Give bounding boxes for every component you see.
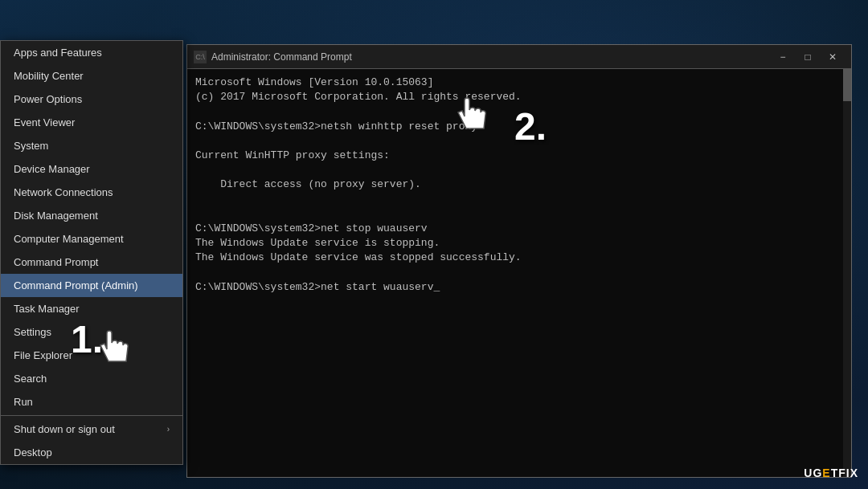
menu-item-arrow-shutdown-signout: › [167,425,170,434]
menu-item-label-event-viewer: Event Viewer [14,116,75,128]
menu-item-label-computer-management: Computer Management [14,233,124,245]
menu-divider-bottom [1,415,182,416]
menu-item-system[interactable]: System [1,134,182,157]
menu-item-label-shutdown-signout: Shut down or sign out [14,423,115,435]
menu-item-mobility-center[interactable]: Mobility Center [1,64,182,88]
menu-item-device-manager[interactable]: Device Manager [1,157,182,181]
cmd-line [195,163,843,177]
cmd-minimize-button[interactable]: − [771,49,795,65]
menu-item-shutdown-signout[interactable]: Shut down or sign out› [1,418,182,441]
cmd-scrollbar[interactable] [843,69,851,477]
menu-item-label-device-manager: Device Manager [14,163,90,175]
context-menu: Apps and FeaturesMobility CenterPower Op… [0,40,183,465]
menu-item-label-command-prompt: Command Prompt [14,256,98,268]
menu-item-label-desktop: Desktop [14,446,52,458]
cmd-line: Direct access (no proxy server). [195,177,843,192]
cmd-content: Microsoft Windows [Version 10.0.15063](c… [187,69,851,477]
cmd-line [195,104,843,119]
cmd-restore-button[interactable]: □ [796,49,820,65]
cmd-line [195,193,843,207]
cmd-controls: − □ ✕ [771,49,845,65]
menu-item-disk-management[interactable]: Disk Management [1,204,182,227]
menu-item-network-connections[interactable]: Network Connections [1,181,182,204]
menu-item-command-prompt-admin[interactable]: Command Prompt (Admin) [1,274,182,297]
menu-item-label-mobility-center: Mobility Center [14,70,84,82]
cmd-icon: C:\ [194,51,207,63]
cmd-line [195,265,843,279]
cmd-line: (c) 2017 Microsoft Corporation. All righ… [195,90,843,104]
cmd-line: C:\WINDOWS\system32>netsh winhttp reset … [195,120,843,134]
menu-item-label-task-manager: Task Manager [14,303,80,315]
menu-item-settings[interactable]: Settings [1,320,182,344]
menu-item-power-options[interactable]: Power Options [1,88,182,111]
menu-item-label-power-options: Power Options [14,93,82,105]
cmd-window[interactable]: C:\ Administrator: Command Prompt − □ ✕ … [186,44,852,478]
menu-item-label-run: Run [14,396,33,408]
cmd-line [195,207,843,222]
menu-item-label-file-explorer: File Explorer [14,349,72,361]
cmd-line: Microsoft Windows [Version 10.0.15063] [195,75,843,90]
menu-item-file-explorer[interactable]: File Explorer [1,344,182,367]
cmd-line: The Windows Update service is stopping. [195,236,843,251]
cmd-line: C:\WINDOWS\system32>net start wuauserv_ [195,280,843,295]
watermark-text: UGETFIX [804,467,858,479]
menu-item-command-prompt[interactable]: Command Prompt [1,251,182,274]
menu-item-label-command-prompt-admin: Command Prompt (Admin) [14,279,138,291]
menu-item-search[interactable]: Search [1,367,182,390]
menu-item-event-viewer[interactable]: Event Viewer [1,111,182,134]
menu-item-label-search: Search [14,373,47,385]
menu-item-label-disk-management: Disk Management [14,210,98,222]
cmd-close-button[interactable]: ✕ [821,49,845,65]
cmd-scrollbar-thumb[interactable] [843,69,851,101]
cmd-title-text: Administrator: Command Prompt [211,51,771,63]
menu-item-run[interactable]: Run [1,390,182,414]
cmd-line: C:\WINDOWS\system32>net stop wuauserv [195,222,843,236]
cmd-line [195,134,843,149]
menu-item-label-apps-features: Apps and Features [14,47,102,59]
menu-item-task-manager[interactable]: Task Manager [1,297,182,320]
cmd-line: Current WinHTTP proxy settings: [195,149,843,163]
menu-item-label-settings: Settings [14,326,51,338]
watermark: UGETFIX [804,467,858,479]
cmd-titlebar: C:\ Administrator: Command Prompt − □ ✕ [187,45,851,69]
menu-item-label-network-connections: Network Connections [14,186,113,198]
menu-item-computer-management[interactable]: Computer Management [1,227,182,251]
menu-item-desktop[interactable]: Desktop [1,441,182,464]
menu-item-label-system: System [14,140,48,152]
cmd-line: The Windows Update service was stopped s… [195,251,843,265]
menu-item-apps-features[interactable]: Apps and Features [1,41,182,64]
